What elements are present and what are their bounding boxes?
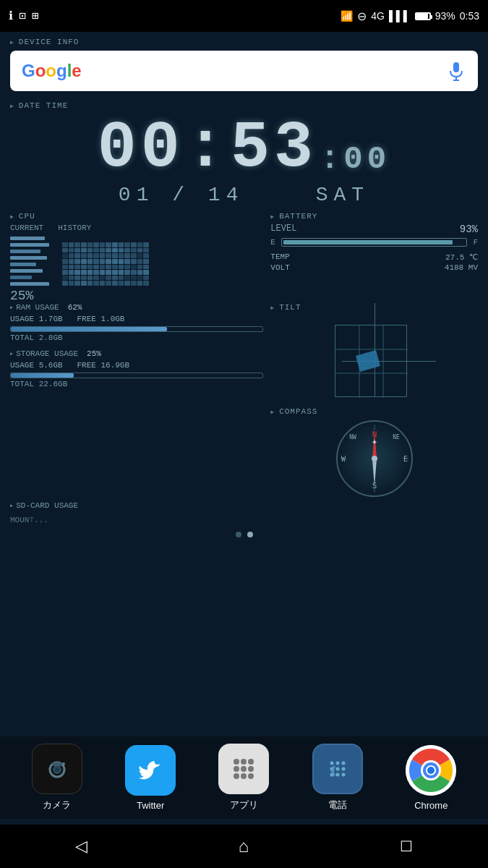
grid-cell <box>124 248 130 253</box>
grid-cell <box>93 259 99 264</box>
sim-icon: ⊡ <box>19 9 26 23</box>
clock-date: 01 / 14 <box>119 184 244 206</box>
grid-cell <box>112 248 118 253</box>
grid-cell <box>69 248 74 253</box>
grid-cell <box>119 270 124 275</box>
app-twitter[interactable]: Twitter <box>125 745 176 811</box>
grid-cell <box>112 242 118 247</box>
storage-bar-inner <box>11 373 74 378</box>
grid-cell <box>106 242 111 247</box>
status-right-icons: 📶 ⊖ 4G ▌▌▌ 93% 0:53 <box>341 9 479 23</box>
svg-point-27 <box>62 762 65 765</box>
grid-cell <box>100 259 106 264</box>
cpu-section: CPU CURRENT HISTORY <box>10 212 263 303</box>
grid-cell <box>137 265 143 270</box>
dot-2 <box>247 532 253 537</box>
grid-cell <box>112 270 118 275</box>
ram-free-val: 1.0GB <box>100 315 124 323</box>
ram-details: USAGE 1.7GB FREE 1.0GB <box>10 315 263 323</box>
svg-point-45 <box>341 773 345 777</box>
battery-fill <box>416 14 428 19</box>
grid-cell <box>143 259 149 264</box>
status-left-icons: ℹ ⊡ ⊞ <box>9 9 38 23</box>
storage-free-label: FREE <box>77 361 95 370</box>
phone-icon[interactable] <box>312 744 363 794</box>
home-button[interactable]: ⌂ <box>239 836 249 856</box>
ram-usage-label: USAGE <box>10 315 34 323</box>
grid-cell <box>62 265 68 270</box>
battery-widget: LEVEL 93% E F TEMP 27.5 ℃ VOLT <box>270 224 478 272</box>
grid-cell <box>74 265 80 270</box>
grid-cell <box>137 276 143 281</box>
temp-label: TEMP <box>270 252 289 262</box>
grid-cell <box>69 265 74 270</box>
google-search-bar[interactable]: Google <box>10 51 478 91</box>
grid-cell <box>62 270 68 275</box>
svg-text:✦: ✦ <box>371 436 377 448</box>
svg-point-28 <box>234 759 239 765</box>
app-phone[interactable]: 電話 <box>312 744 363 812</box>
grid-cell <box>93 242 99 247</box>
tilt-section: TILT <box>270 303 478 498</box>
sdcard-mount: MOUNT... <box>10 513 478 527</box>
apps-icon[interactable] <box>218 744 269 794</box>
grid-cell <box>62 242 68 247</box>
grid-cell <box>81 265 87 270</box>
grid-cell <box>124 253 130 258</box>
grid-cell <box>119 242 124 247</box>
grid-cell <box>137 259 143 264</box>
storage-usage-label: USAGE <box>10 361 34 370</box>
battery-empty-label: E <box>270 238 275 247</box>
svg-point-30 <box>248 759 254 765</box>
svg-text:NE: NE <box>393 434 400 441</box>
battery-section: BATTERY LEVEL 93% E F TEMP 27.5 <box>270 212 478 303</box>
grid-cell <box>106 259 111 264</box>
cpu-bar-4 <box>10 256 47 260</box>
grid-cell <box>143 281 149 286</box>
camera-icon[interactable] <box>32 744 82 794</box>
cpu-battery-row: CPU CURRENT HISTORY <box>10 212 478 303</box>
clock-section: 00 : 53 :00 01 / 14 SAT <box>10 116 478 206</box>
grid-cell <box>100 281 106 286</box>
clock-seconds: :00 <box>320 143 390 181</box>
battery-level-label: LEVEL <box>270 224 296 235</box>
grid-cell <box>137 270 143 275</box>
grid-cell <box>119 259 124 264</box>
battery-icon <box>415 12 431 20</box>
svg-text:W: W <box>341 455 346 463</box>
grid-cell <box>74 270 80 275</box>
battery-level-row: LEVEL 93% <box>270 224 478 235</box>
mic-icon[interactable] <box>446 61 466 81</box>
grid-cell <box>62 248 68 253</box>
chrome-icon[interactable] <box>406 745 456 796</box>
grid-cell <box>69 281 74 286</box>
app-chrome[interactable]: Chrome <box>406 745 456 811</box>
grid-cell <box>131 281 137 286</box>
ram-tilt-row: RAM USAGE 62% USAGE 1.7GB FREE 1.0GB TOT… <box>10 303 478 498</box>
chrome-svg <box>406 745 456 796</box>
storage-title: STORAGE USAGE 25% <box>10 349 263 358</box>
svg-point-25 <box>55 767 59 772</box>
battery-stats: TEMP 27.5 ℃ VOLT 4188 MV <box>270 252 478 272</box>
app-applist[interactable]: アプリ <box>218 744 269 812</box>
grid-cell <box>100 253 106 258</box>
grid-cell <box>106 265 111 270</box>
app-camera[interactable]: カメラ <box>32 744 82 812</box>
storage-section: STORAGE USAGE 25% USAGE 5.6GB FREE 16.9G… <box>10 349 263 388</box>
grid-cell <box>119 265 124 270</box>
grid-cell <box>93 276 99 281</box>
datetime-label: DATE TIME <box>10 101 478 110</box>
grid-cell <box>74 281 80 286</box>
back-button[interactable]: ◁ <box>75 837 87 856</box>
grid-cell <box>87 253 93 258</box>
grid-cell <box>87 270 93 275</box>
battery-full-label: F <box>473 238 478 247</box>
cpu-history-grid-container <box>62 242 149 286</box>
grid-cell <box>81 276 87 281</box>
ram-percent: 62% <box>68 303 82 312</box>
twitter-icon[interactable] <box>125 745 176 796</box>
signal-4g: 4G <box>371 10 385 22</box>
battery-bar-inner <box>283 240 453 244</box>
compass-container: N S E W NE NW ✦ <box>335 419 414 498</box>
recents-button[interactable]: ☐ <box>400 838 413 855</box>
